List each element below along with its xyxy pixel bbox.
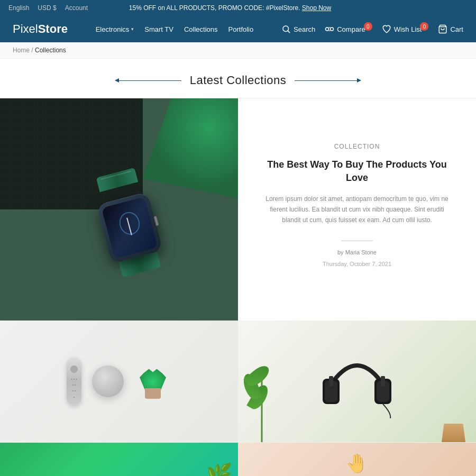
collection-date: Thursday, October 7, 2021 — [323, 259, 391, 269]
breadcrumb-home[interactable]: Home — [13, 47, 30, 54]
svg-point-2 — [326, 28, 329, 31]
svg-point-3 — [331, 28, 334, 31]
featured-collection-text: Collection The Best Way To Buy The Produ… — [238, 98, 476, 321]
chevron-down-icon: ▾ — [131, 26, 134, 32]
remote-control — [67, 358, 81, 405]
currency-selector[interactable]: USD $ — [38, 4, 56, 12]
featured-product-image[interactable] — [0, 98, 238, 321]
compare-icon — [325, 24, 334, 34]
wishlist-badge: 0 — [420, 22, 428, 31]
search-icon — [281, 24, 291, 34]
nav-portfolio[interactable]: Portfolio — [228, 25, 254, 33]
nav-collections[interactable]: Collections — [184, 25, 218, 33]
main-nav: Electronics ▾ Smart TV Collections Portf… — [96, 25, 254, 33]
logo-store: Store — [38, 22, 68, 35]
announcement-bar: English USD $ Account 15% OFF on ALL PRO… — [0, 0, 476, 16]
heading-line-right — [295, 80, 358, 81]
collection-description: Lorem ipsum dolor sit amet, antiopam dem… — [264, 194, 450, 226]
cart-button[interactable]: Cart — [438, 24, 463, 34]
featured-collection: Collection The Best Way To Buy The Produ… — [0, 98, 476, 321]
remote-image — [0, 321, 238, 442]
collections-heading: Latest Collections — [0, 59, 476, 98]
wishlist-button[interactable]: Wish List 0 — [382, 24, 429, 34]
page-title: Latest Collections — [190, 74, 287, 87]
watch-container — [0, 98, 238, 321]
breadcrumb-current: Collections — [35, 47, 66, 54]
green-collection[interactable] — [0, 443, 238, 476]
collection-author: by Maria Stone — [337, 248, 377, 258]
heart-icon — [382, 24, 391, 34]
promo-text: 15% OFF on ALL PRODUCTS, PROMO CODE: #Pi… — [88, 4, 372, 12]
breadcrumb: Home / Collections — [0, 42, 476, 59]
plant-pot — [442, 424, 465, 442]
header-actions: Search Compare 0 Wish List 0 Cart — [281, 24, 463, 34]
remotes-collection[interactable] — [0, 321, 238, 442]
collection-title: The Best Way To Buy The Products You Lov… — [264, 158, 450, 185]
bottom-collections-grid — [0, 321, 476, 442]
headphones-svg — [317, 344, 397, 418]
svg-line-1 — [288, 31, 289, 32]
page-content: Latest Collections Collection — [0, 59, 476, 476]
svg-rect-11 — [329, 376, 333, 387]
home-pod — [92, 365, 124, 397]
text-divider — [341, 241, 373, 241]
bottom-row — [0, 442, 476, 476]
hand-collection[interactable] — [238, 443, 476, 476]
compare-badge: 0 — [364, 22, 372, 31]
heading-line-left — [118, 80, 181, 81]
headphones-collection[interactable] — [238, 321, 476, 442]
svg-rect-12 — [381, 376, 385, 387]
watch-screen — [102, 197, 158, 259]
watch-crown — [153, 216, 159, 226]
succulent-leaves — [140, 369, 166, 390]
search-button[interactable]: Search — [281, 24, 315, 34]
cart-icon — [438, 24, 447, 34]
language-selector[interactable]: English — [8, 4, 29, 12]
account-link[interactable]: Account — [65, 4, 88, 12]
nav-electronics[interactable]: Electronics ▾ — [96, 25, 134, 33]
top-links: English USD $ Account — [8, 4, 88, 12]
plant-decoration — [246, 347, 278, 442]
collection-label: Collection — [334, 141, 380, 152]
nav-smart-tv[interactable]: Smart TV — [144, 25, 173, 33]
succulent-plant — [134, 364, 171, 399]
compare-button[interactable]: Compare 0 — [325, 24, 372, 34]
logo[interactable]: PixelStore — [13, 22, 68, 36]
logo-pixel: Pixel — [13, 22, 38, 35]
shop-now-link[interactable]: Shop Now — [302, 4, 331, 12]
headphones-image — [238, 321, 476, 442]
plant-background — [143, 98, 238, 198]
site-header: PixelStore Electronics ▾ Smart TV Collec… — [0, 16, 476, 42]
succulent-pot — [145, 388, 161, 399]
